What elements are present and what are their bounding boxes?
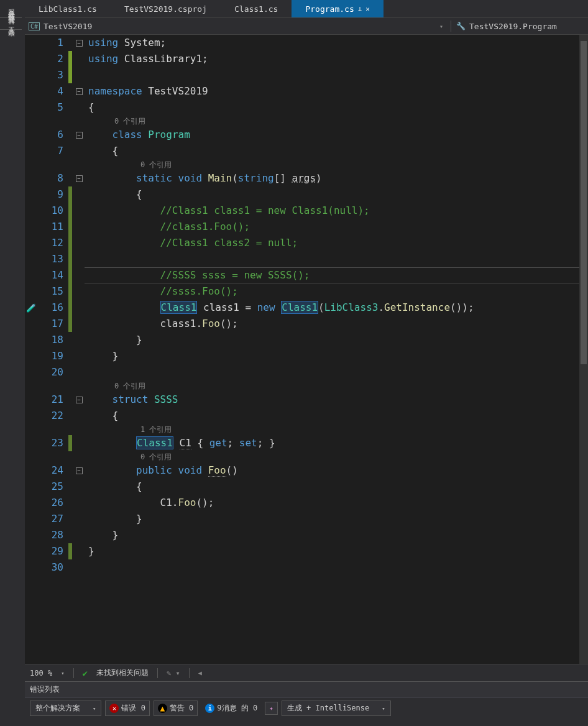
tab-label: Class1.cs xyxy=(234,4,278,14)
codelens-ref[interactable]: 0 个引用 xyxy=(85,159,588,170)
editor-status-bar: 100 % ▾ ✔ 未找到相关问题 ✎ ▾ ◀ xyxy=(25,664,588,681)
fold-toggle[interactable]: − xyxy=(76,175,83,182)
document-tabs: LibClass1.cs TestVS2019.csproj Class1.cs… xyxy=(25,0,588,17)
line-number-gutter: 12345 67 891011121314151617181920 2122 2… xyxy=(37,35,68,664)
error-icon: ✕ xyxy=(109,704,119,713)
check-circle-icon: ✔ xyxy=(83,668,88,678)
vertical-scrollbar[interactable] xyxy=(579,35,588,664)
glyph-margin: 🧪 xyxy=(25,35,37,664)
fold-toggle[interactable]: − xyxy=(76,132,83,139)
csharp-badge-icon: C# xyxy=(29,22,40,30)
tab-csproj[interactable]: TestVS2019.csproj xyxy=(111,0,221,17)
chevron-down-icon[interactable]: ▾ xyxy=(61,670,64,676)
nav-member-dropdown[interactable]: TestVS2019.Program xyxy=(469,22,557,31)
wrench-icon: 🔧 xyxy=(456,22,466,30)
warnings-filter-button[interactable]: ▲ 警告 0 xyxy=(154,701,198,716)
fold-toggle[interactable]: − xyxy=(76,397,83,403)
codelens-ref[interactable]: 0 个引用 xyxy=(85,451,588,462)
codelens-ref[interactable]: 0 个引用 xyxy=(85,116,588,127)
health-status: 未找到相关问题 xyxy=(96,668,149,678)
side-tab-server-explorer[interactable]: 服务器资源管理器 xyxy=(0,0,22,18)
change-margin xyxy=(68,35,73,664)
pin-icon[interactable]: ⟂ xyxy=(358,5,362,13)
chevron-down-icon[interactable]: ▾ xyxy=(436,23,447,30)
lightbulb-icon[interactable]: 🧪 xyxy=(26,303,36,313)
codelens-ref[interactable]: 0 个引用 xyxy=(85,380,588,392)
build-filter-button[interactable]: ✦ xyxy=(265,702,278,715)
tab-label: TestVS2019.csproj xyxy=(124,4,207,14)
brush-icon[interactable]: ✎ ▾ xyxy=(167,669,180,678)
navigation-bar: C# TestVS2019 ▾ 🔧 TestVS2019.Program xyxy=(25,17,588,35)
scope-dropdown[interactable]: 整个解决方案▾ xyxy=(30,701,101,716)
warning-icon: ▲ xyxy=(158,704,167,713)
tab-class1[interactable]: Class1.cs xyxy=(221,0,292,17)
error-list-header[interactable]: 错误列表 xyxy=(25,681,588,697)
tab-libclass1[interactable]: LibClass1.cs xyxy=(25,0,111,17)
nav-project-dropdown[interactable]: TestVS2019 xyxy=(44,22,92,31)
tab-label: Program.cs xyxy=(305,4,354,14)
codelens-ref[interactable]: 1 个引用 xyxy=(85,424,588,435)
source-dropdown[interactable]: 生成 + IntelliSense▾ xyxy=(282,701,391,716)
close-icon[interactable]: ✕ xyxy=(365,5,370,13)
scrollbar-thumb[interactable] xyxy=(581,41,587,364)
fold-toggle[interactable]: − xyxy=(76,88,83,95)
fold-toggle[interactable]: − xyxy=(76,467,83,474)
info-icon: i xyxy=(205,704,214,713)
tab-label: LibClass1.cs xyxy=(39,4,97,14)
tab-program[interactable]: Program.cs ⟂ ✕ xyxy=(292,0,384,17)
fold-margin: − − − − − − xyxy=(73,35,85,664)
code-content[interactable]: using System; using ClassLibrary1; names… xyxy=(85,35,588,664)
code-editor[interactable]: 🧪 12345 67 891011121314151617181920 2122… xyxy=(25,35,588,664)
zoom-level[interactable]: 100 % xyxy=(30,669,52,678)
fold-toggle[interactable]: − xyxy=(76,40,83,47)
messages-filter-button[interactable]: i 9消息 的 0 xyxy=(201,701,261,715)
chevron-down-icon: ▾ xyxy=(382,705,385,712)
side-panel-strip: 服务器资源管理器 工具箱 xyxy=(0,0,25,726)
error-list-toolbar: 整个解决方案▾ ✕ 错误 0 ▲ 警告 0 i 9消息 的 0 ✦ 生成 + I… xyxy=(25,697,588,719)
errors-filter-button[interactable]: ✕ 错误 0 xyxy=(105,701,149,716)
nav-back-icon[interactable]: ◀ xyxy=(198,669,202,676)
side-tab-toolbox[interactable]: 工具箱 xyxy=(0,18,22,30)
chevron-down-icon: ▾ xyxy=(93,705,96,712)
